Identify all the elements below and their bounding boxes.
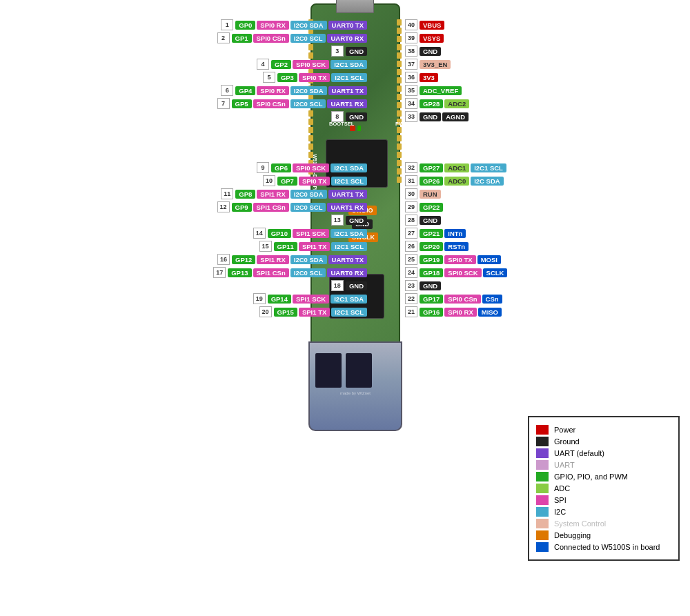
- legend-item-gpio: GPIO, PIO, and PWM: [536, 472, 671, 481]
- pin-number-13: 13: [331, 215, 344, 226]
- pin-number-24: 24: [405, 267, 417, 278]
- pin-number-20: 20: [259, 306, 272, 317]
- legend-color-uart-default: [536, 448, 549, 458]
- pin-gpio-15: GP15: [274, 308, 297, 317]
- pin-func-spi0sck-4: SPI0 SCK: [293, 60, 329, 69]
- pin-func-csn: CSn: [482, 295, 502, 304]
- pin-row-22: 22 GP17 SPI0 CSn CSn: [404, 292, 503, 305]
- legend: Power Ground UART (default) UART GPIO, P…: [528, 416, 680, 561]
- pin-row-23: 23 GND: [404, 279, 442, 292]
- pin-func-i2c0scl-17: I2C0 SCL: [290, 268, 326, 277]
- legend-item-power: Power: [536, 425, 671, 435]
- pin-number-34: 34: [405, 98, 417, 109]
- legend-label-debug: Debugging: [554, 531, 591, 539]
- pin-gpio-3v3: 3V3: [420, 73, 438, 82]
- pin-gpio-gnd-28: GND: [420, 216, 441, 225]
- legend-item-spi: SPI: [536, 495, 671, 505]
- pin-func-i2c0scl-1: I2C0 SCL: [290, 34, 326, 43]
- usb-connector: [336, 0, 374, 13]
- pin-gpio-10: GP10: [268, 229, 291, 238]
- pin-row-37: 37 3V3_EN: [404, 58, 451, 70]
- pin-row-4: I2C1 SDA SPI0 SCK GP2 4: [255, 58, 368, 70]
- pin-row-28: 28 GND: [404, 214, 442, 226]
- pin-gpio-gnd-8: GND: [346, 112, 367, 121]
- legend-label-power: Power: [554, 426, 575, 434]
- pin-number-11: 11: [221, 188, 233, 199]
- legend-label-sysctrl: System Control: [554, 519, 606, 528]
- pin-func-i2c0scl-7: I2C0 SCL: [290, 99, 326, 108]
- pin-number-32: 32: [405, 162, 417, 173]
- pin-number-39: 39: [405, 32, 417, 43]
- pin-row-14: I2C1 SDA SPI1 SCK GP10 14: [252, 227, 368, 239]
- pin-func-i2c1scl-10: I2C1 SCL: [331, 177, 367, 186]
- pin-number-15: 15: [259, 241, 272, 252]
- pin-gpio-22: GP22: [420, 203, 443, 212]
- pin-number-7: 7: [217, 98, 230, 109]
- pin-number-17: 17: [213, 267, 226, 278]
- pin-row-15: I2C1 SCL SPI1 TX GP11 15: [258, 240, 368, 252]
- pin-row-24: 24 GP18 SPI0 SCK SCLK: [404, 266, 508, 279]
- legend-label-gpio: GPIO, PIO, and PWM: [554, 473, 628, 481]
- legend-color-spi: [536, 495, 549, 505]
- pin-number-14: 14: [253, 228, 266, 239]
- pin-gpio-19: GP19: [420, 255, 443, 264]
- pin-row-21: 21 GP16 SPI0 RX MISO: [404, 306, 502, 318]
- pin-func-spi0tx-10: SPI0 TX: [299, 177, 330, 186]
- pin-func-i2c1sda-9: I2C1 SDA: [331, 163, 367, 172]
- pin-gpio-21: GP21: [420, 229, 443, 238]
- pin-gpio-gnd-33: GND: [420, 112, 441, 121]
- pin-func-spi1tx-15: SPI1 TX: [299, 242, 330, 251]
- pin-func-spi1tx-20: SPI1 TX: [299, 308, 330, 317]
- pin-number-8: 8: [331, 111, 344, 122]
- pin-row-26: 26 GP20 RSTn: [404, 240, 469, 252]
- legend-color-ground: [536, 437, 549, 446]
- pin-gpio-12: GP12: [232, 255, 255, 264]
- pin-row-33: 33 GND AGND: [404, 110, 469, 123]
- pin-row-32: 32 GP27 ADC1 I2C1 SCL: [404, 161, 507, 174]
- pin-gpio-17: GP17: [420, 295, 443, 304]
- pin-func-i2c1scl-32: I2C1 SCL: [471, 163, 506, 172]
- pin-gpio-28: GP28: [420, 99, 443, 108]
- pin-func-uart1rx-12: UART1 RX: [327, 203, 367, 212]
- legend-label-uart-default: UART (default): [554, 449, 604, 457]
- pin-gpio-27: GP27: [420, 163, 443, 172]
- pin-func-spi1sck-19: SPI1 SCK: [293, 295, 329, 304]
- pin-gpio-20: GP20: [420, 242, 443, 251]
- pin-func-i2c1scl-15: I2C1 SCL: [331, 242, 367, 251]
- pin-gpio-run: RUN: [420, 190, 441, 199]
- legend-color-power: [536, 425, 549, 435]
- legend-item-i2c: I2C: [536, 507, 671, 517]
- pin-func-uart1tx-6: UART1 TX: [328, 86, 367, 95]
- pin-func-adc2: ADC2: [444, 99, 469, 108]
- pin-gpio-7: GP7: [277, 177, 297, 186]
- pin-number-38: 38: [405, 46, 417, 57]
- pin-row-31: 31 GP26 ADC0 I2C SDA: [404, 175, 504, 187]
- pin-number-22: 22: [405, 293, 417, 304]
- pin-row-19: I2C1 SDA SPI1 SCK GP14 19: [252, 292, 368, 305]
- legend-color-gpio: [536, 472, 549, 481]
- pin-func-spi1csn-12: SPI1 CSn: [253, 203, 289, 212]
- pin-number-37: 37: [405, 59, 417, 70]
- pin-row-1: UART0 TX I2C0 SDA SPI0 RX GP0 1: [219, 19, 368, 31]
- pin-func-i2c0sda-11: I2C0 SDA: [290, 190, 327, 199]
- legend-label-adc: ADC: [554, 484, 570, 493]
- pin-func-spi0sck-24: SPI0 SCK: [444, 268, 481, 277]
- legend-item-sysctrl: System Control: [536, 519, 671, 528]
- pin-number-2: 2: [217, 32, 230, 43]
- pin-number-18: 18: [331, 280, 344, 291]
- pin-number-10: 10: [263, 175, 275, 186]
- pin-func-spi0tx-5: SPI0 TX: [299, 73, 330, 82]
- pin-gpio-26: GP26: [420, 177, 443, 186]
- pin-func-uart0tx: UART0 TX: [328, 21, 367, 30]
- pin-func-spi0csn-7: SPI0 CSn: [253, 99, 289, 108]
- pin-row-34: 34 GP28 ADC2: [404, 97, 470, 110]
- pin-number-16: 16: [217, 254, 230, 265]
- pin-number-33: 33: [405, 111, 417, 122]
- pin-func-spi0rx-6: SPI0 RX: [257, 86, 288, 95]
- pin-number-6: 6: [221, 85, 233, 96]
- pin-number-30: 30: [405, 188, 417, 199]
- pin-row-29: 29 GP22: [404, 201, 444, 213]
- pin-row-38: 38 GND: [404, 45, 442, 57]
- pin-row-2: UART0 RX I2C0 SCL SPI0 CSn GP1 2: [216, 32, 368, 44]
- pin-number-35: 35: [405, 85, 417, 96]
